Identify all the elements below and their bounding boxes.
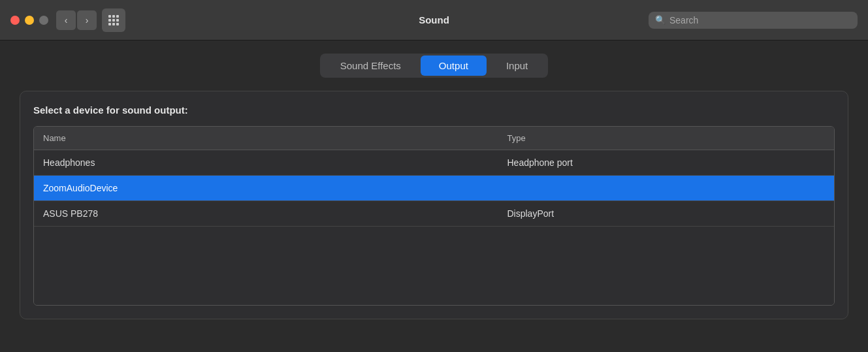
tab-input[interactable]: Input [488,56,546,76]
device-type: DisplayPort [498,201,835,226]
main-content: Sound Effects Output Input Select a devi… [0,40,868,332]
forward-button[interactable]: › [77,10,97,30]
device-type [498,176,835,200]
search-bar: 🔍 [649,12,858,29]
titlebar: ‹ › Sound 🔍 [0,0,868,40]
device-name: Headphones [34,150,498,175]
traffic-lights [10,16,48,25]
table-header: Name Type [34,127,834,150]
device-type: Headphone port [498,150,835,175]
col-header-type: Type [498,127,835,150]
device-name: ASUS PB278 [34,201,498,226]
nav-buttons: ‹ › [56,10,97,30]
tabs-container: Sound Effects Output Input [320,54,549,78]
back-button[interactable]: ‹ [56,10,76,30]
device-table: Name Type Headphones Headphone port Zoom… [33,126,835,306]
grid-icon [108,15,119,25]
minimize-button[interactable] [25,16,34,25]
section-title: Select a device for sound output: [33,104,835,116]
table-row[interactable]: Headphones Headphone port [34,150,834,176]
grid-view-button[interactable] [102,8,125,32]
search-input[interactable] [669,15,851,25]
tab-sound-effects[interactable]: Sound Effects [322,56,419,76]
fullscreen-button[interactable] [39,16,48,25]
search-icon: 🔍 [655,15,666,25]
device-name: ZoomAudioDevice [34,176,498,200]
col-header-name: Name [34,127,498,150]
empty-area [34,227,834,305]
close-button[interactable] [10,16,20,25]
tab-bar: Sound Effects Output Input [20,54,848,78]
content-panel: Select a device for sound output: Name T… [20,91,848,319]
table-row[interactable]: ZoomAudioDevice [34,176,834,201]
tab-output[interactable]: Output [421,56,487,76]
window-title: Sound [419,14,449,25]
table-row[interactable]: ASUS PB278 DisplayPort [34,201,834,227]
